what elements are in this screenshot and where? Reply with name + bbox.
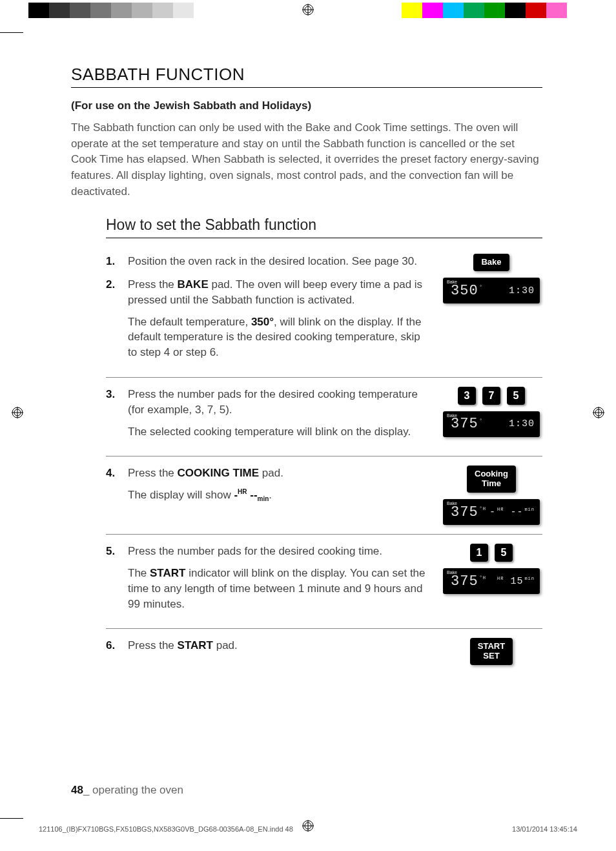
step-number: 3. (106, 387, 115, 402)
step-subtext: The START indicator will blink on the di… (128, 566, 429, 611)
step-block-4: 4. Press the COOKING TIME pad. The displ… (106, 456, 542, 534)
color-swatch (152, 3, 173, 18)
page-footer: 48_ operating the oven (71, 784, 183, 797)
subheading: How to set the Sabbath function (106, 216, 542, 238)
color-swatch (546, 3, 567, 18)
crop-mark (0, 32, 23, 33)
color-swatch (443, 3, 464, 18)
numpad-keys: 375 (458, 387, 525, 405)
step-number: 4. (106, 466, 115, 481)
registration-mark-icon (593, 407, 604, 418)
step-subtext: The selected cooking temperature will bl… (128, 424, 429, 440)
registration-mark-icon (302, 4, 314, 15)
step-block-1-2: 1. Position the oven rack in the desired… (106, 254, 542, 377)
color-swatch (70, 3, 90, 18)
step-3: 3. Press the number pads for the desired… (106, 387, 429, 439)
step-subtext: The display will show -HR --min. (128, 487, 429, 504)
step-text: Press the number pads for the desired co… (128, 388, 418, 416)
keyword-temp: 350° (251, 316, 274, 328)
print-file-name: 121106_(IB)FX710BGS,FX510BGS,NX583G0VB_D… (39, 825, 293, 833)
color-swatch (464, 3, 484, 18)
step-6: 6. Press the START pad. (106, 638, 429, 653)
step-number: 6. (106, 638, 115, 653)
color-swatch (505, 3, 526, 18)
start-set-pad-button[interactable]: STARTSET (470, 638, 513, 665)
color-swatch (484, 3, 505, 18)
step-4: 4. Press the COOKING TIME pad. The displ… (106, 466, 429, 504)
numpad-key-button[interactable]: 5 (495, 544, 513, 562)
step-block-3: 3. Press the number pads for the desired… (106, 377, 542, 456)
step-number: 5. (106, 544, 115, 559)
crop-mark (0, 818, 23, 819)
color-swatch (28, 3, 49, 18)
step-1: 1. Position the oven rack in the desired… (106, 254, 429, 269)
bake-pad-button[interactable]: Bake (473, 254, 509, 271)
step-block-6: 6. Press the START pad. STARTSET (106, 628, 542, 674)
keyword-bake: BAKE (178, 278, 209, 291)
numpad-keys: 15 (470, 544, 513, 562)
color-swatch (194, 3, 214, 18)
step-text-part: Press the (128, 278, 178, 291)
page-number: 48 (71, 784, 83, 796)
section-subtitle: (For use on the Jewish Sabbath and Holid… (71, 99, 542, 112)
print-timestamp: 13/01/2014 13:45:14 (512, 825, 577, 833)
step-number: 2. (106, 277, 115, 292)
color-swatch (402, 3, 422, 18)
numpad-key-button[interactable]: 3 (458, 387, 476, 405)
page-content: SABBATH FUNCTION (For use on the Jewish … (71, 65, 542, 674)
registration-mark-icon (12, 407, 23, 418)
keyword-start: START (150, 567, 185, 579)
color-swatch (49, 3, 70, 18)
step-subtext: The default temperature, 350°, will blin… (128, 314, 429, 360)
step-text: Position the oven rack in the desired lo… (128, 255, 417, 267)
numpad-key-button[interactable]: 7 (482, 387, 500, 405)
color-swatch (90, 3, 111, 18)
oven-display: Bake 375°H -HR --min (443, 499, 540, 525)
color-swatch (422, 3, 443, 18)
numpad-key-button[interactable]: 1 (470, 544, 488, 562)
keyword-start: START (178, 639, 213, 651)
step-text: Press the number pads for the desired co… (128, 545, 382, 557)
step-2: 2. Press the BAKE pad. The oven will bee… (106, 277, 429, 360)
step-5: 5. Press the number pads for the desired… (106, 544, 429, 611)
keyword-cooking-time: COOKING TIME (178, 467, 260, 479)
oven-display: Bake 375°H HR 15min (443, 568, 540, 594)
color-swatch (567, 3, 588, 18)
oven-display: Bake 350° 1:30 (443, 278, 540, 303)
footer-label: operating the oven (92, 784, 183, 796)
oven-display: Bake 375° 1:30 (443, 411, 540, 437)
numpad-key-button[interactable]: 5 (507, 387, 525, 405)
color-swatch (526, 3, 546, 18)
section-title: SABBATH FUNCTION (71, 65, 542, 88)
cooking-time-pad-button[interactable]: CookingTime (467, 466, 516, 493)
print-job-info: 121106_(IB)FX710BGS,FX510BGS,NX583G0VB_D… (39, 825, 577, 833)
step-number: 1. (106, 254, 115, 269)
color-swatch (111, 3, 132, 18)
intro-paragraph: The Sabbath function can only be used wi… (71, 120, 542, 200)
color-swatch (173, 3, 194, 18)
step-block-5: 5. Press the number pads for the desired… (106, 534, 542, 628)
color-swatch (132, 3, 152, 18)
